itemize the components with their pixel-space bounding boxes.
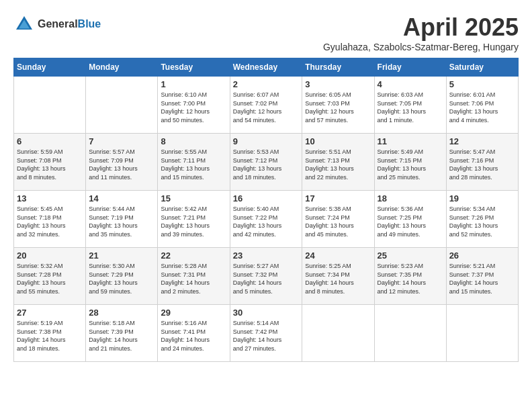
week-row-2: 6Sunrise: 5:59 AM Sunset: 7:08 PM Daylig… <box>14 134 519 191</box>
calendar-cell: 30Sunrise: 5:14 AM Sunset: 7:42 PM Dayli… <box>230 305 302 362</box>
day-number: 3 <box>305 79 371 89</box>
day-info: Sunrise: 5:59 AM Sunset: 7:08 PM Dayligh… <box>17 148 83 181</box>
day-number: 18 <box>378 193 443 203</box>
logo-text: General Blue <box>38 18 101 30</box>
day-info: Sunrise: 5:28 AM Sunset: 7:31 PM Dayligh… <box>161 262 226 295</box>
day-info: Sunrise: 5:49 AM Sunset: 7:15 PM Dayligh… <box>378 148 443 181</box>
page-header: General Blue April 2025 Gyulahaza, Szabo… <box>13 13 519 52</box>
calendar-table: SundayMondayTuesdayWednesdayThursdayFrid… <box>13 58 519 362</box>
calendar-cell: 15Sunrise: 5:42 AM Sunset: 7:21 PM Dayli… <box>158 191 230 248</box>
day-info: Sunrise: 5:23 AM Sunset: 7:35 PM Dayligh… <box>378 262 443 295</box>
day-info: Sunrise: 5:42 AM Sunset: 7:21 PM Dayligh… <box>161 205 226 238</box>
day-info: Sunrise: 5:25 AM Sunset: 7:34 PM Dayligh… <box>305 262 371 295</box>
day-number: 10 <box>305 136 371 146</box>
calendar-cell: 21Sunrise: 5:30 AM Sunset: 7:29 PM Dayli… <box>86 248 158 305</box>
calendar-cell: 27Sunrise: 5:19 AM Sunset: 7:38 PM Dayli… <box>14 305 86 362</box>
calendar-cell: 13Sunrise: 5:45 AM Sunset: 7:18 PM Dayli… <box>14 191 86 248</box>
logo: General Blue <box>13 13 101 35</box>
day-number: 9 <box>233 136 300 146</box>
day-number: 15 <box>161 193 226 203</box>
day-number: 8 <box>161 136 226 146</box>
day-number: 26 <box>449 250 515 261</box>
title-area: April 2025 Gyulahaza, Szabolcs-Szatmar-B… <box>323 13 519 52</box>
calendar-cell: 23Sunrise: 5:27 AM Sunset: 7:32 PM Dayli… <box>230 248 302 305</box>
day-number: 24 <box>305 250 371 261</box>
day-number: 6 <box>17 136 83 146</box>
calendar-cell <box>446 305 518 362</box>
week-row-3: 13Sunrise: 5:45 AM Sunset: 7:18 PM Dayli… <box>14 191 519 248</box>
day-info: Sunrise: 6:10 AM Sunset: 7:00 PM Dayligh… <box>161 91 226 124</box>
day-info: Sunrise: 5:53 AM Sunset: 7:12 PM Dayligh… <box>233 148 300 181</box>
calendar-cell: 6Sunrise: 5:59 AM Sunset: 7:08 PM Daylig… <box>14 134 86 191</box>
calendar-cell: 16Sunrise: 5:40 AM Sunset: 7:22 PM Dayli… <box>230 191 302 248</box>
day-number: 2 <box>233 79 300 89</box>
day-info: Sunrise: 5:21 AM Sunset: 7:37 PM Dayligh… <box>449 262 515 295</box>
calendar-cell: 3Sunrise: 6:05 AM Sunset: 7:03 PM Daylig… <box>302 77 374 134</box>
weekday-header-wednesday: Wednesday <box>230 58 302 77</box>
calendar-cell: 14Sunrise: 5:44 AM Sunset: 7:19 PM Dayli… <box>86 191 158 248</box>
day-number: 13 <box>17 193 83 203</box>
day-number: 20 <box>17 250 83 261</box>
weekday-header-tuesday: Tuesday <box>158 58 230 77</box>
day-info: Sunrise: 5:34 AM Sunset: 7:26 PM Dayligh… <box>449 205 515 238</box>
day-info: Sunrise: 5:14 AM Sunset: 7:42 PM Dayligh… <box>233 319 300 353</box>
calendar-cell: 10Sunrise: 5:51 AM Sunset: 7:13 PM Dayli… <box>302 134 374 191</box>
logo-general: General <box>38 18 78 30</box>
day-number: 12 <box>449 136 515 146</box>
weekday-header-sunday: Sunday <box>14 58 86 77</box>
calendar-cell: 24Sunrise: 5:25 AM Sunset: 7:34 PM Dayli… <box>302 248 374 305</box>
day-info: Sunrise: 6:01 AM Sunset: 7:06 PM Dayligh… <box>449 91 515 124</box>
day-info: Sunrise: 5:36 AM Sunset: 7:25 PM Dayligh… <box>378 205 443 238</box>
calendar-cell: 17Sunrise: 5:38 AM Sunset: 7:24 PM Dayli… <box>302 191 374 248</box>
day-info: Sunrise: 5:18 AM Sunset: 7:39 PM Dayligh… <box>89 319 154 353</box>
calendar-cell: 25Sunrise: 5:23 AM Sunset: 7:35 PM Dayli… <box>374 248 446 305</box>
calendar-cell: 11Sunrise: 5:49 AM Sunset: 7:15 PM Dayli… <box>374 134 446 191</box>
day-number: 23 <box>233 250 300 261</box>
calendar-cell: 2Sunrise: 6:07 AM Sunset: 7:02 PM Daylig… <box>230 77 302 134</box>
location-subtitle: Gyulahaza, Szabolcs-Szatmar-Bereg, Hunga… <box>323 42 519 52</box>
day-number: 11 <box>378 136 443 146</box>
calendar-cell <box>14 77 86 134</box>
day-number: 21 <box>89 250 154 261</box>
day-number: 28 <box>89 308 154 318</box>
calendar-cell: 19Sunrise: 5:34 AM Sunset: 7:26 PM Dayli… <box>446 191 518 248</box>
month-year-title: April 2025 <box>323 13 519 42</box>
calendar-cell <box>86 77 158 134</box>
day-number: 5 <box>449 79 515 89</box>
day-info: Sunrise: 5:55 AM Sunset: 7:11 PM Dayligh… <box>161 148 226 181</box>
day-number: 1 <box>161 79 226 89</box>
day-info: Sunrise: 5:51 AM Sunset: 7:13 PM Dayligh… <box>305 148 371 181</box>
calendar-cell: 29Sunrise: 5:16 AM Sunset: 7:41 PM Dayli… <box>158 305 230 362</box>
calendar-cell: 26Sunrise: 5:21 AM Sunset: 7:37 PM Dayli… <box>446 248 518 305</box>
logo-icon <box>13 13 35 35</box>
weekday-header-friday: Friday <box>374 58 446 77</box>
calendar-cell: 28Sunrise: 5:18 AM Sunset: 7:39 PM Dayli… <box>86 305 158 362</box>
day-number: 19 <box>449 193 515 203</box>
week-row-4: 20Sunrise: 5:32 AM Sunset: 7:28 PM Dayli… <box>14 248 519 305</box>
calendar-cell <box>374 305 446 362</box>
calendar-cell <box>302 305 374 362</box>
calendar-cell: 20Sunrise: 5:32 AM Sunset: 7:28 PM Dayli… <box>14 248 86 305</box>
day-info: Sunrise: 5:32 AM Sunset: 7:28 PM Dayligh… <box>17 262 83 295</box>
calendar-cell: 8Sunrise: 5:55 AM Sunset: 7:11 PM Daylig… <box>158 134 230 191</box>
weekday-header-monday: Monday <box>86 58 158 77</box>
calendar-cell: 1Sunrise: 6:10 AM Sunset: 7:00 PM Daylig… <box>158 77 230 134</box>
week-row-5: 27Sunrise: 5:19 AM Sunset: 7:38 PM Dayli… <box>14 305 519 362</box>
calendar-cell: 5Sunrise: 6:01 AM Sunset: 7:06 PM Daylig… <box>446 77 518 134</box>
day-number: 14 <box>89 193 154 203</box>
day-number: 17 <box>305 193 371 203</box>
calendar-cell: 18Sunrise: 5:36 AM Sunset: 7:25 PM Dayli… <box>374 191 446 248</box>
day-info: Sunrise: 5:27 AM Sunset: 7:32 PM Dayligh… <box>233 262 300 295</box>
logo-blue: Blue <box>78 18 101 30</box>
week-row-1: 1Sunrise: 6:10 AM Sunset: 7:00 PM Daylig… <box>14 77 519 134</box>
day-info: Sunrise: 6:07 AM Sunset: 7:02 PM Dayligh… <box>233 91 300 124</box>
day-number: 7 <box>89 136 154 146</box>
calendar-cell: 22Sunrise: 5:28 AM Sunset: 7:31 PM Dayli… <box>158 248 230 305</box>
calendar-cell: 9Sunrise: 5:53 AM Sunset: 7:12 PM Daylig… <box>230 134 302 191</box>
day-number: 27 <box>17 308 83 318</box>
day-info: Sunrise: 5:19 AM Sunset: 7:38 PM Dayligh… <box>17 319 83 353</box>
day-info: Sunrise: 5:16 AM Sunset: 7:41 PM Dayligh… <box>161 319 226 353</box>
day-info: Sunrise: 5:45 AM Sunset: 7:18 PM Dayligh… <box>17 205 83 238</box>
day-info: Sunrise: 6:05 AM Sunset: 7:03 PM Dayligh… <box>305 91 371 124</box>
calendar-cell: 4Sunrise: 6:03 AM Sunset: 7:05 PM Daylig… <box>374 77 446 134</box>
